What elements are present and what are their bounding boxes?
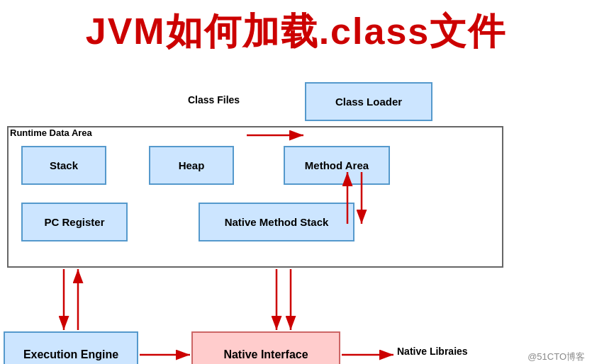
diagram-area: Class Files Class Loader Runtime Data Ar…	[0, 62, 592, 364]
runtime-area-label: Runtime Data Area	[10, 127, 92, 138]
native-interface-box: Native Interface	[191, 331, 340, 364]
method-area-box: Method Area	[284, 146, 390, 185]
title: JVM如何加载.class文件	[0, 0, 592, 62]
class-files-label: Class Files	[188, 94, 240, 106]
execution-engine-box: Execution Engine	[4, 331, 138, 364]
native-method-stack-box: Native Method Stack	[199, 203, 354, 241]
heap-box: Heap	[149, 146, 234, 185]
stack-box: Stack	[21, 146, 106, 185]
pc-register-box: PC Register	[21, 203, 128, 241]
class-loader-box: Class Loader	[305, 82, 432, 121]
native-libraries-label: Native Libraies	[397, 346, 468, 357]
watermark: @51CTO博客	[527, 351, 585, 363]
